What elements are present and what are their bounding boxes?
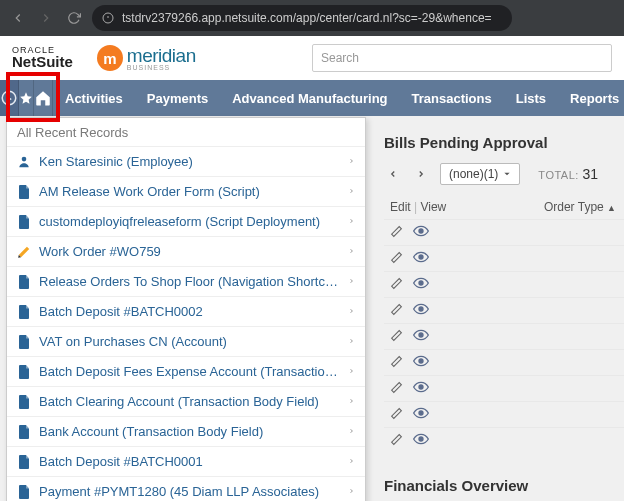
recent-item[interactable]: AM Release Work Order Form (Script) <box>7 176 365 206</box>
view-icon[interactable] <box>413 277 429 292</box>
netsuite-logo: ORACLE NetSuite <box>12 46 73 70</box>
filter-select[interactable]: (none)(1) <box>440 163 520 185</box>
doc-icon <box>17 275 31 289</box>
doc-icon <box>17 485 31 499</box>
svg-point-6 <box>419 307 423 311</box>
recent-item-label: Batch Deposit #BATCH0002 <box>39 304 340 319</box>
view-icon[interactable] <box>413 225 429 240</box>
main-panel: Bills Pending Approval (none)(1) TOTAL: … <box>366 116 624 501</box>
sort-asc-icon: ▲ <box>607 203 616 213</box>
svg-point-3 <box>419 229 423 233</box>
recent-item[interactable]: Payment #PYMT1280 (45 Diam LLP Associate… <box>7 476 365 501</box>
nav-advanced-manufacturing[interactable]: Advanced Manufacturing <box>220 80 399 116</box>
recent-item[interactable]: customdeployiqfreleaseform (Script Deplo… <box>7 206 365 236</box>
svg-point-10 <box>419 411 423 415</box>
table-row <box>384 427 624 453</box>
person-icon <box>17 155 31 169</box>
edit-icon[interactable] <box>390 381 403 397</box>
edit-icon[interactable] <box>390 277 403 293</box>
recent-item-label: VAT on Purchases CN (Account) <box>39 334 340 349</box>
nav-transactions[interactable]: Transactions <box>400 80 504 116</box>
next-page-icon[interactable] <box>412 165 430 184</box>
nav-lists[interactable]: Lists <box>504 80 558 116</box>
order-type-header[interactable]: Order Type ▲ <box>466 200 620 214</box>
portlet-controls: (none)(1) TOTAL: 31 <box>384 163 624 185</box>
view-icon[interactable] <box>413 303 429 318</box>
table-row <box>384 219 624 245</box>
recent-item-label: Release Orders To Shop Floor (Navigation… <box>39 274 340 289</box>
reload-icon[interactable] <box>64 8 84 28</box>
nav-payments[interactable]: Payments <box>135 80 220 116</box>
chevron-right-icon <box>348 186 355 198</box>
url-text: tstdrv2379266.app.netsuite.com/app/cente… <box>122 11 492 25</box>
view-icon[interactable] <box>413 251 429 266</box>
edit-icon[interactable] <box>390 225 403 241</box>
prev-page-icon[interactable] <box>384 165 402 184</box>
back-icon[interactable] <box>8 8 28 28</box>
edit-icon[interactable] <box>390 303 403 319</box>
svg-point-9 <box>419 385 423 389</box>
doc-icon <box>17 365 31 379</box>
recent-item-label: Ken Staresinic (Employee) <box>39 154 340 169</box>
doc-icon <box>17 455 31 469</box>
recent-records-title: All Recent Records <box>7 118 365 146</box>
table-row <box>384 245 624 271</box>
view-icon[interactable] <box>413 433 429 448</box>
total-value: 31 <box>582 166 598 182</box>
svg-point-2 <box>22 156 27 161</box>
nav-reports[interactable]: Reports <box>558 80 624 116</box>
chevron-right-icon <box>348 336 355 348</box>
view-icon[interactable] <box>413 407 429 422</box>
recent-item[interactable]: Batch Deposit Fees Expense Account (Tran… <box>7 356 365 386</box>
search-input[interactable]: Search <box>312 44 612 72</box>
svg-point-5 <box>419 281 423 285</box>
financials-title: Financials Overview <box>384 477 624 494</box>
total-label: TOTAL: <box>538 169 579 181</box>
edit-icon[interactable] <box>390 251 403 267</box>
table-row <box>384 271 624 297</box>
home-icon[interactable] <box>34 80 53 116</box>
recent-item[interactable]: Batch Deposit #BATCH0002 <box>7 296 365 326</box>
view-icon[interactable] <box>413 355 429 370</box>
recent-item-label: Batch Deposit #BATCH0001 <box>39 454 340 469</box>
view-icon[interactable] <box>413 381 429 396</box>
recent-records-icon[interactable] <box>0 80 19 116</box>
svg-point-4 <box>419 255 423 259</box>
table-row <box>384 375 624 401</box>
edit-icon[interactable] <box>390 329 403 345</box>
site-info-icon <box>102 12 114 24</box>
recent-records-menu: All Recent Records Ken Staresinic (Emplo… <box>6 117 366 501</box>
recent-item[interactable]: Batch Clearing Account (Transaction Body… <box>7 386 365 416</box>
chevron-right-icon <box>348 246 355 258</box>
url-bar[interactable]: tstdrv2379266.app.netsuite.com/app/cente… <box>92 5 512 31</box>
forward-icon[interactable] <box>36 8 56 28</box>
chevron-right-icon <box>348 486 355 498</box>
nav-activities[interactable]: Activities <box>53 80 135 116</box>
edit-icon[interactable] <box>390 355 403 371</box>
table-row <box>384 297 624 323</box>
doc-icon <box>17 185 31 199</box>
chevron-right-icon <box>348 396 355 408</box>
browser-chrome: tstdrv2379266.app.netsuite.com/app/cente… <box>0 0 624 36</box>
edit-icon[interactable] <box>390 407 403 423</box>
recent-item[interactable]: Bank Account (Transaction Body Field) <box>7 416 365 446</box>
doc-icon <box>17 335 31 349</box>
svg-point-8 <box>419 359 423 363</box>
svg-point-7 <box>419 333 423 337</box>
table-row <box>384 349 624 375</box>
table-row <box>384 323 624 349</box>
meridian-m-icon: m <box>97 45 123 71</box>
recent-item-label: AM Release Work Order Form (Script) <box>39 184 340 199</box>
star-icon[interactable] <box>19 80 34 116</box>
view-icon[interactable] <box>413 329 429 344</box>
recent-item-label: Batch Deposit Fees Expense Account (Tran… <box>39 364 340 379</box>
doc-icon <box>17 395 31 409</box>
recent-item[interactable]: Ken Staresinic (Employee) <box>7 146 365 176</box>
recent-item[interactable]: Release Orders To Shop Floor (Navigation… <box>7 266 365 296</box>
recent-item[interactable]: VAT on Purchases CN (Account) <box>7 326 365 356</box>
main-nav: ActivitiesPaymentsAdvanced Manufacturing… <box>0 80 624 116</box>
recent-item[interactable]: Work Order #WO759 <box>7 236 365 266</box>
recent-item-label: Work Order #WO759 <box>39 244 340 259</box>
edit-icon[interactable] <box>390 433 403 449</box>
recent-item[interactable]: Batch Deposit #BATCH0001 <box>7 446 365 476</box>
